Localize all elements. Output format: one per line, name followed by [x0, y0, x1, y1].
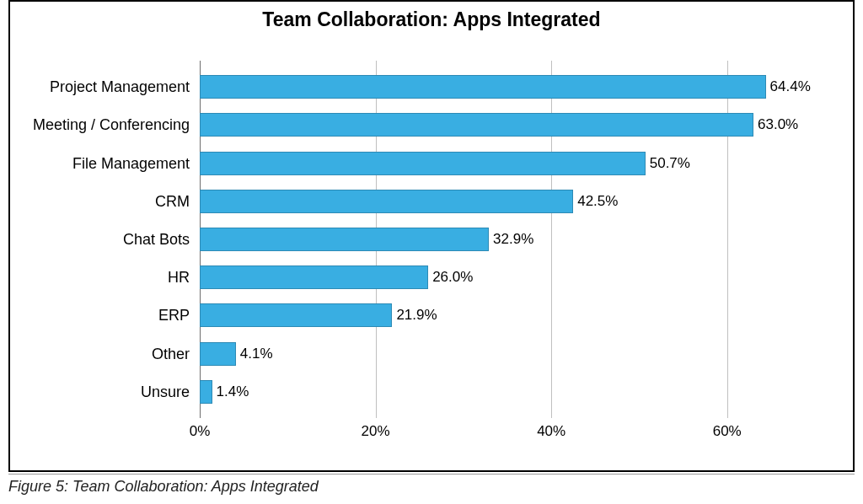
- bar-row: CRM42.5%: [200, 190, 815, 213]
- category-label: Unsure: [141, 383, 190, 400]
- chart-bars: Project Management64.4%Meeting / Confere…: [200, 61, 815, 418]
- bar: 26.0%: [200, 265, 428, 289]
- bar-row: File Management50.7%: [200, 152, 815, 175]
- bar-value-label: 50.7%: [650, 155, 690, 172]
- figure-caption: Figure 5: Team Collaboration: Apps Integ…: [8, 478, 319, 495]
- category-label: Chat Bots: [123, 230, 190, 248]
- bar-row: ERP21.9%: [200, 303, 815, 327]
- bar: 63.0%: [200, 113, 753, 137]
- chart-plot: Project Management64.4%Meeting / Confere…: [200, 61, 815, 440]
- bar-row: Unsure1.4%: [200, 380, 815, 404]
- bar-row: Chat Bots32.9%: [200, 228, 815, 251]
- bar-value-label: 63.0%: [758, 116, 798, 133]
- bar: 50.7%: [200, 152, 646, 175]
- chart-plot-area: Team Collaboration: Apps Integrated Proj…: [8, 0, 855, 472]
- bar-row: Other4.1%: [200, 342, 815, 366]
- bar: 1.4%: [200, 380, 212, 404]
- category-label: Project Management: [50, 78, 190, 96]
- bar-value-label: 64.4%: [770, 78, 811, 95]
- bar: 21.9%: [200, 303, 392, 327]
- bar-value-label: 32.9%: [493, 231, 533, 248]
- bar-value-label: 26.0%: [432, 269, 473, 286]
- category-label: ERP: [158, 307, 190, 324]
- bar-row: Meeting / Conferencing63.0%: [200, 113, 815, 137]
- x-tick-label: 20%: [362, 423, 390, 440]
- x-tick-label: 60%: [713, 423, 742, 440]
- figure-container: Team Collaboration: Apps Integrated Proj…: [0, 0, 863, 504]
- caption-divider: Figure 5: Team Collaboration: Apps Integ…: [8, 474, 855, 496]
- bar: 32.9%: [200, 228, 489, 251]
- category-label: File Management: [72, 154, 190, 172]
- chart-title: Team Collaboration: Apps Integrated: [10, 8, 853, 31]
- category-label: HR: [168, 269, 190, 287]
- bar: 42.5%: [200, 190, 573, 213]
- x-tick-label: 40%: [537, 423, 566, 440]
- bar: 64.4%: [200, 75, 766, 99]
- category-label: Meeting / Conferencing: [33, 116, 190, 134]
- category-label: Other: [152, 345, 190, 362]
- category-label: CRM: [155, 192, 190, 210]
- bar-value-label: 1.4%: [217, 383, 249, 400]
- bar-row: Project Management64.4%: [200, 75, 815, 99]
- bar-value-label: 21.9%: [396, 307, 437, 324]
- bar-row: HR26.0%: [200, 265, 815, 289]
- x-tick-label: 0%: [190, 423, 211, 440]
- bar: 4.1%: [200, 342, 236, 366]
- bar-value-label: 4.1%: [240, 346, 273, 362]
- bar-value-label: 42.5%: [577, 193, 618, 210]
